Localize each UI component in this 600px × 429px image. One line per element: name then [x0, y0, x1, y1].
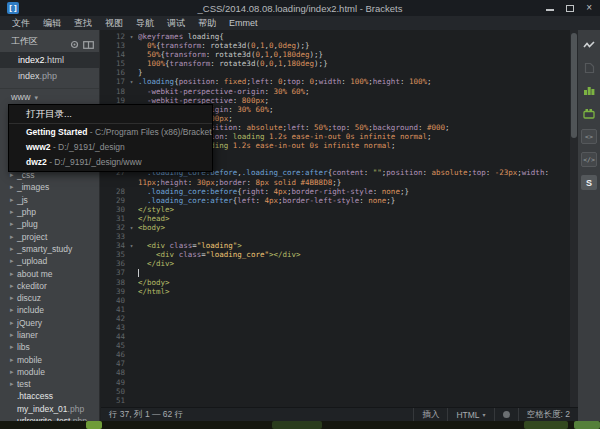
- code-line-33[interactable]: 33: [101, 232, 570, 241]
- fold-spacer: [125, 287, 138, 296]
- tree-folder-libs[interactable]: ▸libs: [0, 341, 99, 353]
- status-bar: 行 37, 列 1 — 62 行 插入 HTML▾ 空格长度: 2: [101, 407, 578, 421]
- tree-folder-_js[interactable]: ▸_js: [0, 194, 99, 206]
- fold-arrow-icon[interactable]: ▾: [125, 241, 138, 250]
- menu-help[interactable]: 帮助: [198, 17, 216, 30]
- line-number: 37: [101, 268, 125, 277]
- snippets-icon[interactable]: S: [581, 175, 597, 190]
- open-directory-item[interactable]: 打开目录...: [9, 105, 212, 123]
- project-selector[interactable]: www▾: [0, 88, 99, 104]
- code-line-17[interactable]: 17▾.loading{position: fixed;left: 0;top:…: [101, 77, 570, 86]
- code-line-44[interactable]: 44: [101, 332, 570, 341]
- code-line-30[interactable]: 30</style>: [101, 205, 570, 214]
- code-tag-icon[interactable]: <>: [581, 129, 597, 144]
- code-line-43[interactable]: 43: [101, 323, 570, 332]
- tree-folder-_smarty_study[interactable]: ▸_smarty_study: [0, 243, 99, 255]
- code-line-14[interactable]: 14 50%{transform: rotate3d(0,1,0,180deg)…: [101, 50, 570, 59]
- code-line-32[interactable]: 32▾<body>: [101, 223, 570, 232]
- code-line-47[interactable]: 47: [101, 359, 570, 368]
- code-line-28[interactable]: 28 .loading_core:before{right: 4px;borde…: [101, 187, 570, 196]
- tree-folder-_php[interactable]: ▸_php: [0, 206, 99, 218]
- menu-edit[interactable]: 编辑: [43, 17, 61, 30]
- menu-view[interactable]: 视图: [105, 17, 123, 30]
- code-line-13[interactable]: 13 0%{transform: rotate3d(0,1,0,0deg);}: [101, 41, 570, 50]
- chart-extension-icon[interactable]: [581, 83, 597, 98]
- settings-gear-icon[interactable]: [70, 35, 79, 53]
- tree-folder-mobile[interactable]: ▸mobile: [0, 353, 99, 365]
- split-view-icon[interactable]: [83, 35, 94, 53]
- tree-folder-module[interactable]: ▸module: [0, 366, 99, 378]
- code-line-36[interactable]: 36 </div>: [101, 259, 570, 268]
- line-number: 30: [101, 205, 125, 214]
- code-line-12[interactable]: 12▾@keyframes loading{: [101, 32, 570, 41]
- language-selector[interactable]: HTML▾: [447, 408, 493, 421]
- working-set-header: 工作区: [11, 35, 38, 48]
- close-button[interactable]: ×: [586, 3, 592, 13]
- tree-file-.htaccess[interactable]: .htaccess: [0, 390, 99, 402]
- fold-arrow-icon[interactable]: ▾: [125, 223, 138, 232]
- code-line-35[interactable]: 35 <div class="loading_core"></div>: [101, 250, 570, 259]
- tree-folder-_images[interactable]: ▸_images: [0, 181, 99, 193]
- menu-find[interactable]: 查找: [74, 17, 92, 30]
- code-line-50[interactable]: 50: [101, 387, 570, 396]
- vertical-scrollbar[interactable]: [570, 30, 578, 407]
- spaces-setting[interactable]: 空格长度: 2: [518, 408, 578, 421]
- extension-manager-brick-icon[interactable]: [581, 106, 597, 121]
- code-line-40[interactable]: 40: [101, 296, 570, 305]
- tree-folder-_upload[interactable]: ▸_upload: [0, 255, 99, 267]
- code-line-18[interactable]: 18 -webkit-perspective-origin: 30% 60%;: [101, 87, 570, 96]
- working-set: index2.htmlindex.php: [0, 52, 99, 84]
- scrollbar-thumb[interactable]: [571, 33, 577, 138]
- code-line-51[interactable]: 51: [101, 396, 570, 405]
- minimize-button[interactable]: [546, 9, 554, 11]
- code-line-15[interactable]: 15 100%{transform: rotate3d(0,0,1,180deg…: [101, 59, 570, 68]
- tree-folder-about me[interactable]: ▸about me: [0, 267, 99, 279]
- insert-mode-toggle[interactable]: 插入: [413, 408, 447, 421]
- file-page-icon[interactable]: [581, 60, 597, 75]
- code-line-31[interactable]: 31</head>: [101, 214, 570, 223]
- code-line-41[interactable]: 41: [101, 305, 570, 314]
- tree-folder-test[interactable]: ▸test: [0, 378, 99, 390]
- fold-spacer: [125, 259, 138, 268]
- tree-folder-include[interactable]: ▸include: [0, 304, 99, 316]
- fold-arrow-icon[interactable]: ▾: [125, 32, 138, 41]
- tree-folder-lianer[interactable]: ▸lianer: [0, 329, 99, 341]
- live-preview-status[interactable]: [494, 408, 518, 421]
- tree-file-my_index_01.php[interactable]: my_index_01.php: [0, 403, 99, 415]
- tree-folder-jQuery[interactable]: ▸jQuery: [0, 317, 99, 329]
- tree-folder-_project[interactable]: ▸_project: [0, 230, 99, 242]
- tree-folder-ckeditor[interactable]: ▸ckeditor: [0, 280, 99, 292]
- code-line-45[interactable]: 45: [101, 341, 570, 350]
- code-line-49[interactable]: 49: [101, 378, 570, 387]
- recent-project-dwz2[interactable]: dwz2 - D:/_9191/_design/www: [9, 154, 212, 169]
- code-line-29[interactable]: 29 .loading_core:after{left: 4px;border-…: [101, 196, 570, 205]
- collapsed-arrow-icon: ▸: [10, 196, 17, 204]
- menu-debug[interactable]: 调试: [167, 17, 185, 30]
- code-line-37[interactable]: 37: [101, 268, 570, 277]
- code-editor[interactable]: 12▾@keyframes loading{13 0%{transform: r…: [101, 30, 570, 407]
- working-file-index.php[interactable]: index.php: [0, 68, 99, 84]
- fold-arrow-icon[interactable]: ▾: [125, 77, 138, 86]
- live-preview-icon[interactable]: [581, 37, 597, 52]
- tree-folder-discuz[interactable]: ▸discuz: [0, 292, 99, 304]
- code-line-46[interactable]: 46: [101, 350, 570, 359]
- code-line-wrap[interactable]: 11px;height: 30px;border: 8px solid #4BB…: [101, 178, 570, 187]
- code-closing-tag-icon[interactable]: </>: [581, 152, 597, 167]
- menu-file[interactable]: 文件: [12, 17, 30, 30]
- code-line-16[interactable]: 16}: [101, 68, 570, 77]
- code-line-34[interactable]: 34▾ <div class="loading">: [101, 241, 570, 250]
- working-file-index2.html[interactable]: index2.html: [0, 52, 99, 68]
- recent-project-www2[interactable]: www2 - D:/_9191/_design: [9, 139, 212, 154]
- tree-folder-_plug[interactable]: ▸_plug: [0, 218, 99, 230]
- code-line-39[interactable]: 39</html>: [101, 287, 570, 296]
- menu-emmet[interactable]: Emmet: [229, 18, 258, 28]
- maximize-button[interactable]: [566, 5, 574, 12]
- menu-navigate[interactable]: 导航: [136, 17, 154, 30]
- code-line-42[interactable]: 42: [101, 314, 570, 323]
- collapsed-arrow-icon: ▸: [10, 380, 17, 388]
- line-number: 34: [101, 241, 125, 250]
- recent-project-Getting Started[interactable]: Getting Started - C:/Program Files (x86)…: [9, 124, 212, 139]
- code-line-38[interactable]: 38</body>: [101, 278, 570, 287]
- code-line-48[interactable]: 48: [101, 368, 570, 377]
- collapsed-arrow-icon: ▸: [10, 208, 17, 216]
